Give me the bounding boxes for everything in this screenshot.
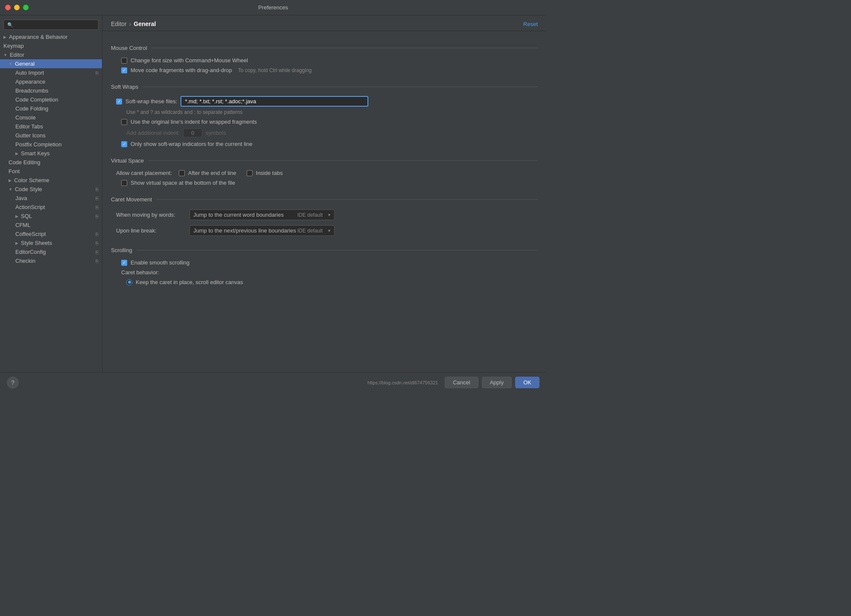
- sidebar-item-keymap[interactable]: Keymap: [0, 41, 102, 50]
- sidebar-item-code-editing[interactable]: Code Editing: [0, 158, 102, 167]
- checkbox-inside-tabs[interactable]: [247, 170, 253, 176]
- copy-icon-actionscript: ⎘: [96, 205, 99, 210]
- sidebar-item-gutter-icons[interactable]: Gutter Icons: [0, 131, 102, 140]
- sidebar-item-appearance[interactable]: Appearance: [0, 77, 102, 86]
- sidebar-label-editorconfig: EditorConfig: [15, 249, 46, 255]
- label-soft-wrap: Soft-wrap these files:: [125, 98, 177, 105]
- main-container: 🔍 ▶Appearance & BehaviorKeymap▼Editor▼Ge…: [0, 15, 546, 372]
- sidebar-item-cfml[interactable]: CFML: [0, 221, 102, 230]
- sidebar-label-code-style: Code Style: [15, 186, 42, 192]
- sidebar-item-style-sheets[interactable]: ▶Style Sheets⎘: [0, 238, 102, 247]
- sidebar-label-sql: SQL: [21, 213, 32, 219]
- checkbox-change-font-size[interactable]: [121, 58, 127, 64]
- label-show-virtual: Show virtual space at the bottom of the …: [131, 180, 235, 186]
- soft-wrap-input[interactable]: [181, 96, 368, 107]
- search-input[interactable]: [16, 22, 95, 28]
- checkbox-enable-smooth[interactable]: [121, 260, 127, 266]
- sidebar-item-editor[interactable]: ▼Editor: [0, 50, 102, 59]
- apply-button[interactable]: Apply: [482, 377, 512, 388]
- sidebar-item-console[interactable]: Console: [0, 113, 102, 122]
- label-upon-line: Upon line break:: [116, 227, 184, 234]
- sidebar-label-editor-tabs: Editor Tabs: [15, 123, 43, 130]
- ok-button[interactable]: OK: [515, 377, 539, 388]
- sidebar-item-code-folding[interactable]: Code Folding: [0, 104, 102, 113]
- sidebar-item-code-completion[interactable]: Code Completion: [0, 95, 102, 104]
- sidebar-item-coffeescript[interactable]: CoffeeScript⎘: [0, 230, 102, 238]
- label-caret-behavior: Caret behavior:: [121, 269, 159, 276]
- label-keep-caret: Keep the caret in place, scroll editor c…: [136, 279, 243, 285]
- sidebar-item-actionscript[interactable]: ActionScript⎘: [0, 203, 102, 212]
- sidebar-label-editor: Editor: [10, 52, 24, 58]
- checkbox-use-original-indent[interactable]: [121, 119, 127, 125]
- cancel-button[interactable]: Cancel: [445, 377, 478, 388]
- dropdown-when-moving-wrapper: Jump to the current word boundaries IDE …: [189, 209, 335, 220]
- caret-upon-line-row: Upon line break: Jump to the next/previo…: [111, 223, 538, 238]
- help-button[interactable]: ?: [7, 377, 19, 389]
- sidebar-label-actionscript: ActionScript: [15, 204, 45, 210]
- checkbox-show-virtual[interactable]: [121, 180, 127, 186]
- sidebar-item-color-scheme[interactable]: ▶Color Scheme: [0, 176, 102, 185]
- sidebar-label-code-folding: Code Folding: [15, 105, 48, 112]
- sidebar-label-cfml: CFML: [15, 222, 30, 228]
- breadcrumb-current: General: [134, 20, 156, 27]
- sidebar-item-general[interactable]: ▼General: [0, 59, 102, 68]
- sidebar-item-auto-import[interactable]: Auto Import⎘: [0, 68, 102, 77]
- arrow-icon-style-sheets: ▶: [15, 241, 18, 245]
- copy-icon-sql: ⎘: [96, 214, 99, 219]
- search-icon: 🔍: [7, 22, 13, 28]
- label-move-code: Move code fragments with drag-and-drop: [131, 67, 232, 73]
- sidebar-item-editorconfig[interactable]: EditorConfig⎘: [0, 247, 102, 256]
- label-add-indent: Add additional indent:: [126, 130, 180, 136]
- sidebar-item-editor-tabs[interactable]: Editor Tabs: [0, 122, 102, 131]
- option-caret-behavior-label: Caret behavior:: [111, 267, 538, 277]
- bottom-link: https://blog.csdn.net/dl674756321: [367, 380, 438, 385]
- search-box[interactable]: 🔍: [3, 20, 99, 30]
- window-controls: [5, 5, 29, 10]
- checkbox-move-code[interactable]: [121, 67, 127, 73]
- label-allow-caret: Allow caret placement:: [116, 170, 172, 176]
- copy-icon-editorconfig: ⎘: [96, 250, 99, 255]
- sidebar-label-postfix-completion: Postfix Completion: [15, 141, 61, 148]
- label-symbols: symbols: [206, 130, 226, 136]
- copy-icon-java: ⎘: [96, 196, 99, 201]
- dropdown-upon-line[interactable]: Jump to the next/previous line boundarie…: [189, 225, 335, 236]
- checkbox-soft-wrap[interactable]: [116, 99, 122, 105]
- label-enable-smooth: Enable smooth scrolling: [131, 259, 189, 266]
- sidebar-item-postfix-completion[interactable]: Postfix Completion: [0, 140, 102, 149]
- checkbox-after-end[interactable]: [179, 170, 185, 176]
- radio-keep-caret[interactable]: [126, 279, 132, 285]
- indent-input[interactable]: [183, 128, 202, 137]
- sidebar-item-appearance-behavior[interactable]: ▶Appearance & Behavior: [0, 32, 102, 41]
- title-bar: Preferences: [0, 0, 546, 15]
- sidebar-label-code-editing: Code Editing: [9, 159, 40, 166]
- section-virtual-space: Virtual Space: [111, 157, 538, 164]
- maximize-button[interactable]: [23, 5, 29, 10]
- reset-button[interactable]: Reset: [523, 21, 538, 27]
- label-only-show: Only show soft-wrap indicators for the c…: [131, 141, 252, 147]
- sidebar-item-breadcrumbs[interactable]: Breadcrumbs: [0, 86, 102, 95]
- sidebar-item-sql[interactable]: ▶SQL⎘: [0, 212, 102, 221]
- close-button[interactable]: [5, 5, 11, 10]
- checkbox-only-show[interactable]: [121, 141, 127, 147]
- sidebar-item-checkin[interactable]: Checkin⎘: [0, 256, 102, 265]
- sidebar-label-font: Font: [9, 168, 20, 174]
- sidebar-item-font[interactable]: Font: [0, 167, 102, 176]
- minimize-button[interactable]: [14, 5, 20, 10]
- sidebar-item-java[interactable]: Java⎘: [0, 194, 102, 203]
- label-after-end: After the end of line: [188, 170, 236, 176]
- section-mouse-control: Mouse Control: [111, 45, 538, 51]
- copy-icon-style-sheets: ⎘: [96, 241, 99, 246]
- option-use-original-indent: Use the original line's indent for wrapp…: [111, 117, 538, 127]
- dropdown-when-moving[interactable]: Jump to the current word boundaries: [189, 209, 335, 220]
- sidebar-item-smart-keys[interactable]: ▶Smart Keys: [0, 149, 102, 158]
- copy-icon-coffeescript: ⎘: [96, 232, 99, 237]
- option-enable-smooth: Enable smooth scrolling: [111, 258, 538, 267]
- sidebar-label-keymap: Keymap: [3, 43, 24, 49]
- label-change-font-size: Change font size with Command+Mouse Whee…: [131, 57, 248, 64]
- sidebar-item-code-style[interactable]: ▼Code Style⎘: [0, 185, 102, 194]
- sidebar-label-general: General: [15, 61, 35, 67]
- breadcrumb: Editor › General: [111, 20, 156, 27]
- sidebar-label-color-scheme: Color Scheme: [14, 177, 49, 183]
- arrow-icon-code-style: ▼: [9, 187, 12, 192]
- arrow-icon-general: ▼: [9, 62, 12, 66]
